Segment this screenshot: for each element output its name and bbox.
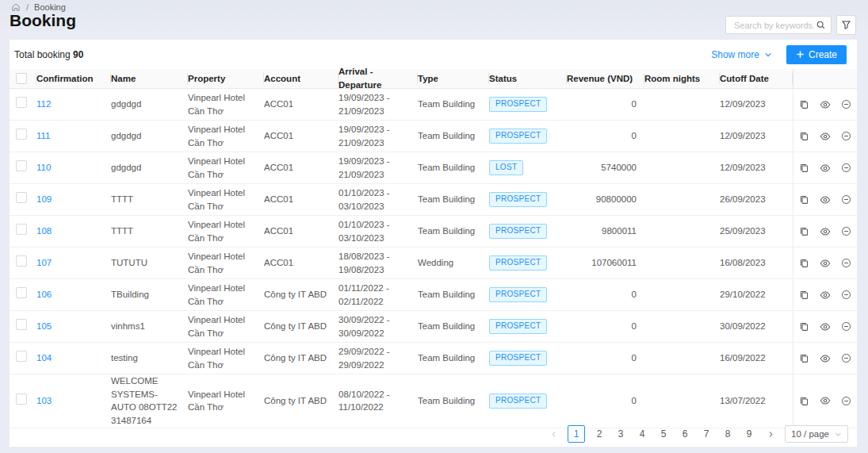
confirmation-link[interactable]: 108 bbox=[36, 226, 52, 236]
page-size-label: 10 / page bbox=[791, 429, 829, 439]
eye-icon[interactable] bbox=[820, 321, 831, 332]
eye-icon[interactable] bbox=[820, 353, 831, 364]
confirmation-link[interactable]: 109 bbox=[36, 194, 52, 204]
cutoff-date-cell: 13/07/2022 bbox=[720, 394, 793, 408]
minus-circle-icon[interactable] bbox=[841, 99, 851, 109]
page-size-select[interactable]: 10 / page bbox=[785, 425, 848, 443]
row-checkbox-cell bbox=[10, 224, 36, 239]
eye-icon[interactable] bbox=[820, 395, 831, 406]
row-checkbox[interactable] bbox=[16, 319, 27, 330]
status-cell: LOST bbox=[489, 160, 567, 176]
table-row: 107TUTUTUVinpearl Hotel Cần ThơACC0118/0… bbox=[10, 248, 857, 279]
confirmation-link[interactable]: 111 bbox=[36, 131, 50, 140]
minus-circle-icon[interactable] bbox=[841, 194, 851, 205]
copy-icon[interactable] bbox=[799, 194, 809, 205]
minus-circle-icon[interactable] bbox=[841, 226, 851, 236]
account-cell: ACC01 bbox=[264, 225, 338, 238]
row-checkbox[interactable] bbox=[16, 224, 27, 235]
eye-icon[interactable] bbox=[820, 99, 831, 110]
account-cell: Công ty IT ABD bbox=[264, 288, 338, 301]
row-checkbox[interactable] bbox=[16, 192, 27, 203]
confirmation-cell: 107 bbox=[36, 256, 111, 270]
confirmation-link[interactable]: 103 bbox=[36, 396, 52, 405]
row-checkbox[interactable] bbox=[16, 351, 27, 362]
confirmation-link[interactable]: 106 bbox=[36, 290, 52, 299]
minus-circle-icon[interactable] bbox=[841, 131, 851, 141]
row-checkbox[interactable] bbox=[16, 129, 27, 140]
cutoff-date-cell: 25/09/2023 bbox=[720, 225, 793, 238]
eye-icon[interactable] bbox=[820, 290, 831, 301]
col-header-status: Status bbox=[489, 69, 567, 88]
pagination-page-9[interactable]: 9 bbox=[742, 425, 756, 443]
pagination-page-2[interactable]: 2 bbox=[592, 425, 606, 443]
create-button[interactable]: Create bbox=[786, 45, 847, 64]
minus-circle-icon[interactable] bbox=[841, 321, 851, 332]
property-cell: Vinpearl Hotel Cần Thơ bbox=[188, 345, 264, 371]
table-row: 108TTTTVinpearl Hotel Cần ThơACC0101/10/… bbox=[10, 216, 857, 248]
confirmation-cell: 109 bbox=[36, 193, 111, 206]
filter-button[interactable] bbox=[836, 15, 856, 35]
search-input[interactable] bbox=[732, 20, 816, 31]
confirmation-link[interactable]: 105 bbox=[36, 321, 52, 331]
col-header-confirmation: Confirmation bbox=[36, 69, 111, 88]
select-all-checkbox[interactable] bbox=[16, 73, 27, 84]
status-cell: PROSPECT bbox=[489, 287, 567, 303]
eye-icon[interactable] bbox=[820, 258, 831, 269]
name-cell: TTTT bbox=[111, 225, 188, 238]
copy-icon[interactable] bbox=[799, 131, 809, 141]
col-header-cutoff-date: Cutoff Date bbox=[720, 69, 793, 88]
copy-icon[interactable] bbox=[799, 258, 809, 268]
status-badge: PROSPECT bbox=[489, 192, 547, 208]
pagination-prev-button[interactable] bbox=[546, 425, 560, 443]
property-cell: Vinpearl Hotel Cần Thơ bbox=[188, 388, 264, 414]
confirmation-link[interactable]: 107 bbox=[36, 258, 52, 267]
eye-icon[interactable] bbox=[820, 131, 831, 142]
row-checkbox[interactable] bbox=[16, 393, 27, 405]
eye-icon[interactable] bbox=[820, 163, 831, 174]
row-checkbox-cell bbox=[10, 319, 36, 334]
col-header-room-nights: Room nights bbox=[644, 69, 720, 88]
pagination-page-1[interactable]: 1 bbox=[568, 425, 585, 443]
name-cell: gdgdgd bbox=[111, 161, 188, 175]
row-checkbox[interactable] bbox=[16, 160, 27, 171]
minus-circle-icon[interactable] bbox=[841, 163, 851, 173]
eye-icon[interactable] bbox=[820, 194, 831, 205]
copy-icon[interactable] bbox=[799, 353, 809, 363]
search-icon[interactable] bbox=[816, 20, 826, 30]
copy-icon[interactable] bbox=[799, 99, 809, 109]
minus-circle-icon[interactable] bbox=[841, 290, 851, 300]
minus-circle-icon[interactable] bbox=[841, 396, 851, 406]
name-cell: WELCOME SYSTEMS-AUTO 08OTT22 31487164 bbox=[111, 374, 188, 428]
copy-icon[interactable] bbox=[799, 226, 809, 236]
search-box[interactable] bbox=[725, 16, 832, 34]
type-cell: Wedding bbox=[418, 256, 489, 270]
confirmation-link[interactable]: 104 bbox=[36, 353, 52, 363]
copy-icon[interactable] bbox=[799, 321, 809, 332]
eye-icon[interactable] bbox=[820, 226, 831, 237]
row-checkbox[interactable] bbox=[16, 97, 27, 108]
copy-icon[interactable] bbox=[799, 163, 809, 173]
table-row: 104testingVinpearl Hotel Cần ThơCông ty … bbox=[10, 343, 857, 374]
pagination-page-7[interactable]: 7 bbox=[699, 425, 713, 443]
row-checkbox[interactable] bbox=[16, 255, 27, 267]
minus-circle-icon[interactable] bbox=[841, 353, 851, 363]
pagination-page-8[interactable]: 8 bbox=[721, 425, 735, 443]
confirmation-link[interactable]: 112 bbox=[36, 99, 51, 109]
confirmation-cell: 104 bbox=[36, 351, 111, 365]
row-checkbox[interactable] bbox=[16, 287, 27, 298]
cutoff-date-cell: 16/08/2023 bbox=[720, 256, 793, 270]
pagination-page-3[interactable]: 3 bbox=[614, 425, 628, 443]
name-cell: TUTUTU bbox=[111, 256, 188, 270]
confirmation-link[interactable]: 110 bbox=[36, 163, 51, 172]
pagination-page-6[interactable]: 6 bbox=[678, 425, 692, 443]
minus-circle-icon[interactable] bbox=[841, 258, 851, 268]
copy-icon[interactable] bbox=[799, 396, 809, 406]
pagination-page-5[interactable]: 5 bbox=[656, 425, 671, 443]
show-more-toggle[interactable]: Show more bbox=[711, 49, 772, 60]
pagination-next-button[interactable] bbox=[763, 425, 778, 443]
revenue-cell: 9800011 bbox=[567, 225, 644, 238]
status-badge: LOST bbox=[489, 160, 523, 176]
confirmation-cell: 105 bbox=[36, 320, 111, 333]
pagination-page-4[interactable]: 4 bbox=[635, 425, 649, 443]
copy-icon[interactable] bbox=[799, 290, 809, 300]
